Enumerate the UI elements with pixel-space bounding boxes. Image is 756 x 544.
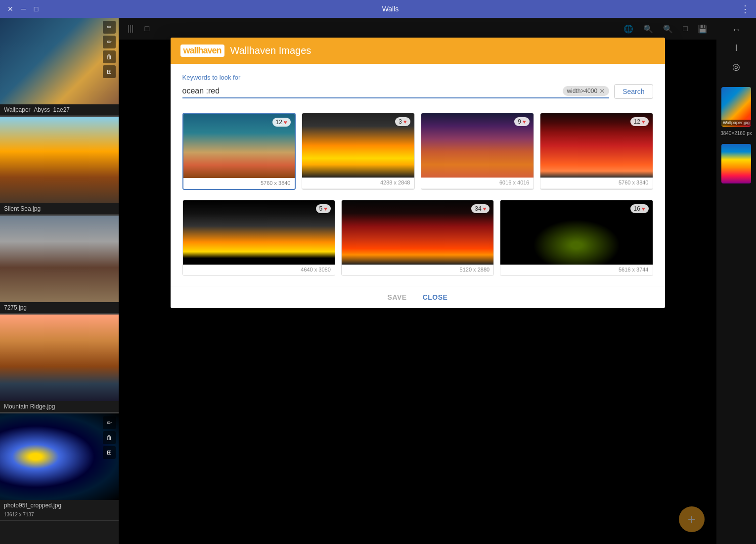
sidebar-label-4: Mountain Ridge.jpg [0, 401, 119, 412]
heart-icon-3: ♥ [523, 119, 526, 125]
text-icon[interactable]: I [733, 41, 739, 55]
titlebar: ✕ ─ □ Walls ⋮ [0, 0, 756, 18]
sidebar: ✏ ✏ 🗑 ⊞ Wallpaper_Abyss_1ae27 Silent Sea… [0, 18, 119, 544]
grid-item-6[interactable]: 34 ♥ 5120 x 2880 [341, 200, 494, 276]
search-button[interactable]: Search [614, 84, 653, 99]
main-area: ✏ ✏ 🗑 ⊞ Wallpaper_Abyss_1ae27 Silent Sea… [0, 18, 756, 544]
grid-thumb-7 [500, 200, 652, 265]
right-sidebar-top-icons: ↔ I ◎ [730, 23, 743, 74]
grid-badge-3: 9 ♥ [514, 117, 529, 126]
add-icon-5[interactable]: ⊞ [103, 446, 116, 459]
grid-info-3: 6016 x 4016 [421, 178, 534, 188]
image-grid-row1: 12 ♥ 5760 x 3840 3 ♥ 4288 [182, 109, 653, 194]
resize-icon[interactable]: ↔ [730, 23, 743, 37]
grid-likes-6: 34 [475, 205, 481, 212]
right-sidebar-item-2[interactable] [721, 144, 751, 183]
sidebar-label-5-size: 13612 x 7137 [0, 511, 119, 520]
wallhaven-modal: wallhaven Wallhaven Images Keywords to l… [171, 38, 665, 308]
right-sidebar: ↔ I ◎ Wallpaper.jpg 3840×2160 px [716, 18, 756, 544]
sidebar-thumb-4 [0, 315, 119, 401]
window-controls: ✕ ─ □ [6, 4, 41, 13]
grid-info-4: 5760 x 3840 [540, 178, 653, 188]
edit-icon-5[interactable]: ✏ [103, 416, 116, 429]
right-sidebar-item-1[interactable]: Wallpaper.jpg [721, 87, 751, 127]
wallhaven-logo: wallhaven [180, 45, 224, 57]
grid-likes-2: 3 [399, 118, 402, 125]
sidebar-label-2: Silent Sea.jpg [0, 203, 119, 214]
search-label: Keywords to look for [182, 74, 653, 81]
grid-item-4[interactable]: 12 ♥ 5760 x 3840 [540, 113, 653, 190]
grid-info-5: 4640 x 3080 [183, 265, 335, 275]
grid-info-6: 5120 x 2880 [342, 265, 493, 275]
save-button[interactable]: SAVE [388, 293, 407, 301]
circle-icon[interactable]: ◎ [730, 59, 742, 74]
grid-likes-7: 16 [634, 205, 640, 212]
delete-icon-1[interactable]: 🗑 [103, 50, 116, 63]
heart-icon-7: ♥ [642, 206, 645, 212]
rsb-label-1: Wallpaper.jpg [721, 120, 751, 126]
grid-badge-6: 34 ♥ [471, 204, 489, 213]
maximize-button[interactable]: □ [32, 4, 41, 13]
sidebar-thumb-3 [0, 216, 119, 302]
close-button[interactable]: ✕ [6, 4, 15, 13]
grid-thumb-5 [183, 200, 335, 265]
grid-likes-1: 12 [276, 119, 282, 126]
grid-info-1: 5760 x 3840 [183, 178, 295, 189]
grid-item-1[interactable]: 12 ♥ 5760 x 3840 [182, 113, 296, 190]
search-row: width>4000 ✕ Search [182, 84, 653, 99]
sidebar-item-2[interactable]: Silent Sea.jpg [0, 116, 119, 215]
sidebar-item-3[interactable]: 7275.jpg [0, 215, 119, 314]
heart-icon-5: ♥ [324, 206, 327, 212]
modal-body: Keywords to look for width>4000 ✕ Search [171, 64, 665, 286]
search-tag-close[interactable]: ✕ [599, 87, 605, 95]
grid-info-2: 4288 x 2848 [302, 178, 414, 188]
grid-item-2[interactable]: 3 ♥ 4288 x 2848 [302, 113, 415, 190]
grid-likes-4: 12 [634, 118, 640, 125]
sidebar-label-1: Wallpaper_Abyss_1ae27 [0, 104, 119, 115]
grid-likes-5: 5 [319, 205, 323, 212]
delete-icon-5[interactable]: 🗑 [103, 431, 116, 444]
edit-icon-1[interactable]: ✏ [103, 21, 116, 34]
grid-info-7: 5616 x 3744 [500, 265, 652, 275]
heart-icon-1: ♥ [284, 119, 287, 125]
search-input-wrap: width>4000 ✕ [182, 85, 610, 98]
close-button[interactable]: CLOSE [423, 293, 448, 301]
search-tag-text: width>4000 [567, 88, 597, 94]
sidebar-icons-5: ✏ 🗑 ⊞ [103, 416, 116, 459]
copy-icon-1[interactable]: ✏ [103, 36, 116, 48]
menu-icon[interactable]: ⋮ [740, 3, 750, 15]
heart-icon-2: ♥ [403, 119, 407, 125]
grid-badge-5: 5 ♥ [316, 204, 331, 213]
grid-item-5[interactable]: 5 ♥ 4640 x 3080 [182, 200, 335, 276]
image-grid-row2: 5 ♥ 4640 x 3080 34 ♥ 5120 [182, 200, 653, 276]
sidebar-label-3: 7275.jpg [0, 302, 119, 313]
sidebar-icons-1: ✏ ✏ 🗑 ⊞ [103, 21, 116, 78]
sidebar-item-1[interactable]: ✏ ✏ 🗑 ⊞ Wallpaper_Abyss_1ae27 [0, 18, 119, 116]
sidebar-thumb-5 [0, 413, 119, 500]
sidebar-label-5: photo95f_cropped.jpg [0, 500, 119, 511]
app-title: Walls [41, 5, 740, 13]
grid-item-7[interactable]: 16 ♥ 5616 x 3744 [500, 200, 653, 276]
rsb-thumb-2 [721, 144, 751, 183]
rsb-size-label: 3840×2160 px [719, 130, 753, 137]
minimize-button[interactable]: ─ [19, 4, 28, 13]
heart-icon-4: ♥ [642, 119, 645, 125]
modal-footer: SAVE CLOSE [171, 286, 665, 308]
center-panel: ||| □ 🌐 🔍 🔍 □ 💾 wallhaven Wallhaven Imag… [119, 18, 716, 544]
search-input[interactable] [182, 85, 559, 97]
modal-header: wallhaven Wallhaven Images [171, 38, 665, 64]
grid-badge-2: 3 ♥ [395, 117, 410, 126]
modal-title: Wallhaven Images [230, 45, 311, 56]
modal-overlay: wallhaven Wallhaven Images Keywords to l… [119, 18, 716, 544]
grid-badge-4: 12 ♥ [630, 117, 649, 126]
sidebar-thumb-1 [0, 18, 119, 104]
grid-thumb-6 [342, 200, 493, 265]
sidebar-item-4[interactable]: Mountain Ridge.jpg [0, 314, 119, 412]
add-icon-1[interactable]: ⊞ [103, 65, 116, 78]
grid-badge-7: 16 ♥ [630, 204, 649, 213]
sidebar-thumb-2 [0, 117, 119, 203]
grid-badge-1: 12 ♥ [272, 118, 291, 127]
heart-icon-6: ♥ [483, 206, 487, 212]
grid-item-3[interactable]: 9 ♥ 6016 x 4016 [421, 113, 534, 190]
sidebar-item-5[interactable]: ✏ 🗑 ⊞ photo95f_cropped.jpg 13612 x 7137 [0, 412, 119, 521]
